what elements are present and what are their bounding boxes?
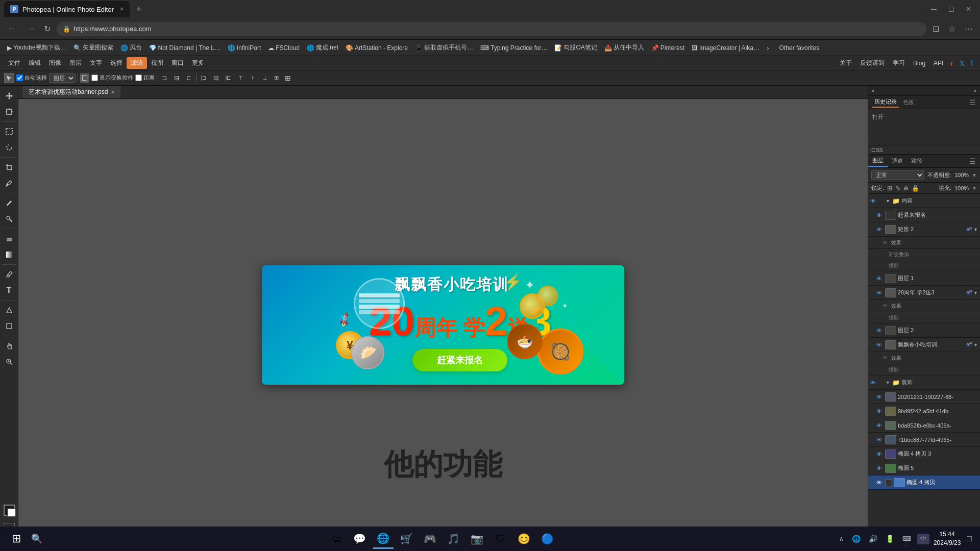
opacity-value[interactable]: 100% xyxy=(954,172,969,178)
time-date[interactable]: 15:44 2024/9/23 xyxy=(934,530,961,547)
distribute-mid[interactable]: ⊦ xyxy=(248,73,258,83)
layer-expand-arrow[interactable]: ▼ xyxy=(973,342,978,347)
tool-shape[interactable] xyxy=(2,319,16,333)
layer-item-20year[interactable]: 👁 20周年 学2送3 eff ▼ xyxy=(868,286,980,300)
bookmark-phone[interactable]: 📱获取虚拟手机号… xyxy=(412,42,476,54)
tool-crop[interactable] xyxy=(2,160,16,174)
taskbar-icon-music[interactable]: 🎵 xyxy=(444,529,464,549)
layers-panel-menu[interactable]: ☰ xyxy=(965,155,980,167)
taskbar-icon-app1[interactable]: 🔵 xyxy=(537,529,558,549)
layer-item-20201231[interactable]: 👁 20201231-190227-88- xyxy=(868,390,980,404)
opacity-dropdown[interactable]: ▼ xyxy=(972,172,977,178)
menu-view[interactable]: 视图 xyxy=(147,57,167,69)
layer-expand-icon[interactable]: ▼ xyxy=(886,380,891,385)
layer-item-bda8[interactable]: 👁 bda852fb-e0bc-406a- xyxy=(868,418,980,433)
tray-battery[interactable]: 🔋 xyxy=(884,533,896,545)
menu-edit[interactable]: 编辑 xyxy=(24,57,45,69)
tool-path-select[interactable] xyxy=(2,303,16,317)
align-right[interactable]: ⊏ xyxy=(184,73,194,83)
menu-select[interactable]: 选择 xyxy=(106,57,127,69)
tool-eraser[interactable] xyxy=(2,232,16,246)
show-transform-checkbox[interactable]: 显示变换控件 xyxy=(91,74,133,82)
social-twitter[interactable]: 𝕏 xyxy=(956,58,968,69)
menu-window[interactable]: 窗口 xyxy=(167,57,188,69)
layers-list[interactable]: 👁 ▼ 📁 内容 👁 赶紧来报名 👁 xyxy=(868,194,980,537)
taskbar-icon-files[interactable]: 🗂 xyxy=(326,529,347,549)
layer-item-effect3[interactable]: 👁 效果 xyxy=(868,352,980,364)
tool-gradient[interactable] xyxy=(2,247,16,262)
tray-keyboard[interactable]: ⌨ xyxy=(900,533,913,544)
layer-item-effect2[interactable]: 👁 效果 xyxy=(868,300,980,312)
taskbar-icon-store[interactable]: 🛒 xyxy=(397,529,417,549)
bookmark-mocheng[interactable]: 🌐魔成.net xyxy=(304,42,341,54)
layer-vis-icon[interactable]: 👁 xyxy=(883,355,890,361)
distribute-top[interactable]: ⊤ xyxy=(235,73,246,83)
layer-vis-icon[interactable]: 👁 xyxy=(876,227,884,233)
bookmark-youtube[interactable]: ▶Youtube视频下载… xyxy=(4,42,69,54)
layer-fx-label[interactable]: eff xyxy=(966,227,972,232)
taskbar-icon-chat[interactable]: 💬 xyxy=(350,529,370,549)
layer-expand-arrow[interactable]: ▼ xyxy=(973,227,978,232)
fill-dropdown[interactable]: ▼ xyxy=(972,185,977,191)
tool-eyedropper[interactable] xyxy=(2,176,16,190)
layer-vis-icon[interactable]: 👁 xyxy=(876,394,884,400)
distribute-bot[interactable]: ⊥ xyxy=(260,73,270,83)
foreground-color[interactable] xyxy=(4,505,15,516)
layer-item-ellipse4copy-selected[interactable]: 👁 椭圆 4 拷贝 xyxy=(868,475,980,490)
panel-top-arrows[interactable]: ◂ ▸ xyxy=(868,86,980,96)
layer-fx-label[interactable]: eff xyxy=(966,342,972,347)
layer-item-ellipse5[interactable]: 👁 椭圆 5 xyxy=(868,461,980,475)
layer-vis-icon[interactable]: 👁 xyxy=(876,451,884,457)
panel-menu-icon[interactable]: ☰ xyxy=(969,98,976,107)
taskbar-icon-game[interactable]: 🎮 xyxy=(420,529,440,549)
social-facebook[interactable]: f xyxy=(968,58,976,69)
auto-select-checkbox[interactable]: 自动选择 xyxy=(16,74,47,82)
layer-vis-icon[interactable]: 👁 xyxy=(876,480,884,486)
tray-ime[interactable]: 中 xyxy=(917,534,929,544)
layer-item-71bb[interactable]: 👁 71bbc887-77fd-4965- xyxy=(868,433,980,447)
layer-vis-icon[interactable]: 👁 xyxy=(883,303,890,309)
align-left[interactable]: ⊐ xyxy=(159,73,169,83)
social-reddit[interactable]: r xyxy=(947,58,956,69)
layer-vis-icon[interactable]: 👁 xyxy=(883,240,890,245)
menu-file[interactable]: 文件 xyxy=(4,57,24,69)
layer-item-deco-group[interactable]: 👁 ▼ 📁 装饰 xyxy=(868,375,980,390)
layer-item-ellipse4copy3[interactable]: 👁 椭圆 4 拷贝 3 xyxy=(868,447,980,461)
bookmark-pinterest[interactable]: 📌Pinterest xyxy=(648,43,688,53)
tray-network[interactable]: 🌐 xyxy=(850,533,863,545)
distribute-center[interactable]: ⊟| xyxy=(211,73,221,83)
layer-vis-icon[interactable]: 👁 xyxy=(876,437,884,443)
bookmark-notdiamond[interactable]: 💎Not Diamond | The L… xyxy=(146,43,224,53)
distribute-left[interactable]: |⊐ xyxy=(199,73,209,83)
menu-more[interactable]: 更多 xyxy=(188,57,208,69)
nav-back[interactable]: ← xyxy=(4,21,19,36)
tool-brush[interactable] xyxy=(2,196,16,210)
nav-forward[interactable]: → xyxy=(22,21,38,36)
tool-select-rect[interactable] xyxy=(2,124,16,139)
layer-item-layer2[interactable]: 👁 图层 2 xyxy=(868,323,980,338)
menu-filter[interactable]: 滤镜 xyxy=(127,57,147,69)
tool-artboard[interactable] xyxy=(2,105,16,119)
layer-vis-icon[interactable]: 👁 xyxy=(876,328,884,334)
layer-vis-icon[interactable]: 👁 xyxy=(876,212,884,218)
layer-item-shadow3[interactable]: 投影 xyxy=(868,364,980,375)
menu-about[interactable]: 关于 xyxy=(836,57,856,69)
grid-mode[interactable]: ⊞ xyxy=(283,73,293,83)
layer-select[interactable]: 图层 xyxy=(49,73,76,83)
taskbar-icon-camera[interactable]: 📷 xyxy=(467,529,487,549)
menu-text[interactable]: 文字 xyxy=(86,57,106,69)
canvas-area[interactable]: 飘飘香小吃培训 20 周年 学 2 送 3 赶紧来报名 xyxy=(18,99,868,551)
lock-image[interactable]: ✎ xyxy=(895,185,900,192)
tool-hand[interactable] xyxy=(2,339,16,353)
layer-vis-icon[interactable]: 👁 xyxy=(876,465,884,471)
menu-api[interactable]: API xyxy=(929,58,947,68)
lock-all[interactable]: 🔒 xyxy=(912,185,919,192)
bookmark-fengtai[interactable]: 🌐凤台 xyxy=(117,42,145,54)
window-maximize[interactable]: □ xyxy=(944,3,959,16)
taskbar-icon-security[interactable]: 🛡 xyxy=(491,529,511,549)
align-center-h[interactable]: ⊟ xyxy=(172,73,182,83)
lock-position[interactable]: ⊕ xyxy=(903,185,909,192)
layer-item-jinji[interactable]: 👁 赶紧来报名 xyxy=(868,208,980,222)
menu-learn[interactable]: 学习 xyxy=(889,57,909,69)
layer-item-piaopiao[interactable]: 👁 飘飘香小吃培训 eff ▼ xyxy=(868,338,980,352)
